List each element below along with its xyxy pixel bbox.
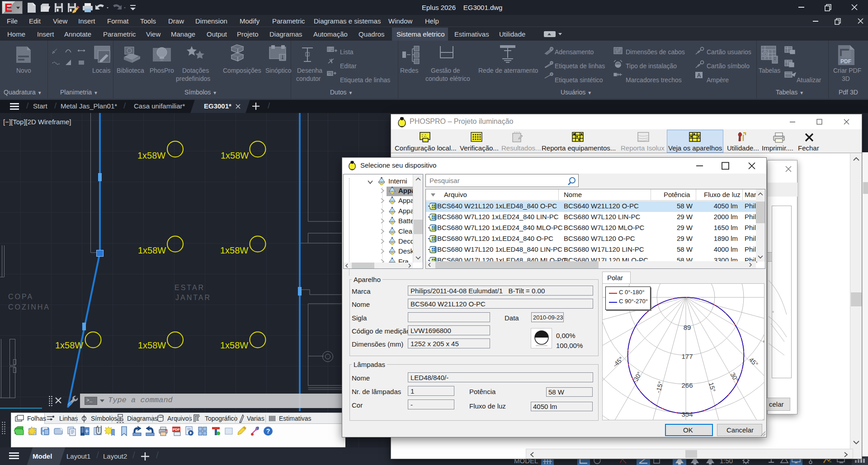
svg-text:1x58W: 1x58W (138, 245, 166, 255)
svg-text:PDF: PDF (173, 427, 180, 432)
svg-text:30°: 30° (729, 371, 740, 383)
svg-text:-15°: -15° (654, 380, 664, 394)
svg-text:266: 266 (681, 381, 693, 389)
svg-text:89: 89 (684, 324, 691, 331)
svg-text:354: 354 (681, 410, 693, 418)
svg-text:1x58W: 1x58W (221, 150, 249, 160)
svg-text:177: 177 (681, 352, 693, 360)
svg-text:15°: 15° (708, 381, 717, 393)
svg-text:1x58W: 1x58W (55, 340, 83, 350)
svg-text:COZINHA: COZINHA (8, 303, 50, 311)
svg-text:1x58W: 1x58W (220, 245, 248, 255)
svg-text:JANTAR: JANTAR (175, 294, 211, 301)
svg-text:°: ° (772, 310, 774, 315)
svg-text:ESTAR: ESTAR (175, 284, 205, 291)
svg-text:[−][Top][2D Wireframe]: [−][Top][2D Wireframe] (3, 118, 71, 126)
svg-text:1x58W: 1x58W (220, 340, 248, 350)
svg-text:COPA: COPA (8, 293, 33, 301)
svg-text:PDF: PDF (840, 58, 851, 65)
svg-text:-30°: -30° (631, 371, 643, 384)
svg-text:1x58W: 1x58W (137, 150, 165, 160)
svg-text:A: A (697, 72, 701, 79)
svg-text:?: ? (266, 427, 270, 435)
svg-text:45°: 45° (748, 356, 760, 368)
svg-text:1x58W: 1x58W (138, 340, 166, 350)
